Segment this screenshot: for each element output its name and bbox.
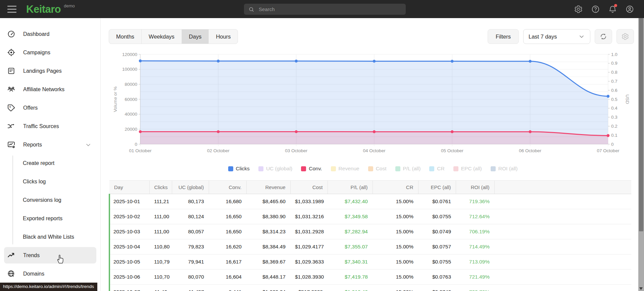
cell-clicks: 11,42 xyxy=(149,285,172,291)
table-row: 2025-10-01111,2180,17316,680$8,465.60$1,… xyxy=(109,194,631,209)
svg-text:120000: 120000 xyxy=(122,52,137,57)
legend-swatch xyxy=(395,166,400,171)
tab-days[interactable]: Days xyxy=(182,30,209,44)
svg-text:0: 0 xyxy=(135,142,137,147)
sidebar-item-create-report[interactable]: Create report xyxy=(0,154,100,172)
sidebar-item-domains[interactable]: Domains xyxy=(0,265,100,283)
sidebar: DashboardCampaignsLandings PagesAffiliat… xyxy=(0,18,101,291)
scrollbar-thumb[interactable] xyxy=(639,18,643,231)
sidebar-item-label: Traffic Sources xyxy=(23,123,59,129)
cell-uc-global: 80,070 xyxy=(172,270,209,285)
sidebar-item-dashboard[interactable]: Dashboard xyxy=(0,25,100,43)
search-bar[interactable] xyxy=(244,4,406,15)
menu-icon[interactable] xyxy=(7,6,16,13)
cell-revenue: $8,314.23 xyxy=(246,224,290,239)
cell-conv: 16,617 xyxy=(209,254,246,270)
legend-item-cost[interactable]: Cost xyxy=(368,166,387,172)
date-range-select[interactable]: Last 7 days xyxy=(523,29,590,44)
sidebar-item-reports[interactable]: Reports xyxy=(0,135,100,154)
filters-button[interactable]: Filters xyxy=(488,29,519,44)
cell-clicks: 111,00 xyxy=(149,209,172,224)
sidebar-item-black-and-white-lists[interactable]: Black and White Lists xyxy=(0,228,100,246)
sidebar-item-label: Conversions log xyxy=(23,197,61,203)
search-input[interactable] xyxy=(258,6,401,12)
cell-p-l-all: $7,432.40 xyxy=(328,194,373,209)
svg-text:0.2: 0.2 xyxy=(611,124,617,129)
cell-clicks: 110,79 xyxy=(149,254,172,270)
sidebar-item-label: Affiliate Networks xyxy=(23,86,64,93)
tab-months[interactable]: Months xyxy=(109,30,142,44)
trends-chart[interactable]: 02000040000600008000010000012000000.10.2… xyxy=(109,50,631,162)
svg-text:01 October: 01 October xyxy=(129,148,152,153)
cell-revenue: $8,380.90 xyxy=(246,209,290,224)
legend-label: ROI (all) xyxy=(498,166,518,172)
account-icon[interactable] xyxy=(625,5,634,14)
legend-item-uc-global[interactable]: UC (global) xyxy=(258,166,292,172)
sidebar-item-conversions-log[interactable]: Conversions log xyxy=(0,191,100,209)
cell-cost: $1,033.1989 xyxy=(290,194,328,209)
legend-swatch xyxy=(429,166,434,171)
cell-cost: $1,031.3216 xyxy=(290,209,328,224)
refresh-button[interactable] xyxy=(595,29,612,44)
legend-item-roi-all[interactable]: ROI (all) xyxy=(491,166,518,172)
brand-logo[interactable]: Keitaro xyxy=(26,4,61,14)
sidebar-item-trends[interactable]: Trends xyxy=(4,247,96,264)
toolbar-controls: Filters Last 7 days xyxy=(488,29,634,44)
sidebar-item-affiliate-networks[interactable]: Affiliate Networks xyxy=(0,80,100,99)
sidebar-item-clicks-log[interactable]: Clicks log xyxy=(0,172,100,191)
legend-swatch xyxy=(228,166,233,171)
tab-weekdays[interactable]: Weekdays xyxy=(142,30,182,44)
cell-cr: 15.00% xyxy=(373,209,418,224)
affiliate-networks-icon xyxy=(7,85,15,94)
notifications-bell-icon[interactable] xyxy=(608,5,617,14)
svg-text:03 October: 03 October xyxy=(285,148,307,153)
legend-item-cr[interactable]: CR xyxy=(429,166,444,172)
cell-uc-global: 80,124 xyxy=(172,209,209,224)
svg-text:0.4: 0.4 xyxy=(611,106,617,111)
cell-p-l-all: $7,349.58 xyxy=(328,209,373,224)
help-icon[interactable] xyxy=(591,5,600,14)
legend-swatch xyxy=(301,166,306,171)
status-url: https://demo.keitaro.io/admin/#!/trends/… xyxy=(0,283,97,291)
legend-swatch xyxy=(258,166,263,171)
vertical-scrollbar[interactable] xyxy=(638,18,644,291)
sidebar-item-campaigns[interactable]: Campaigns xyxy=(0,43,100,62)
cell-p-l-all: $7,340.31 xyxy=(328,254,373,270)
gear-icon[interactable] xyxy=(574,5,583,14)
svg-text:0.3: 0.3 xyxy=(611,115,617,120)
cell-cost: $1,031.2928 xyxy=(290,224,328,239)
cell-revenue: $8,384.49 xyxy=(246,239,290,254)
cell-filler xyxy=(494,209,631,224)
cell-epc-all: $0.0749 xyxy=(418,224,456,239)
sidebar-item-offers[interactable]: $Offers xyxy=(0,99,100,117)
cell-conv: 16,680 xyxy=(209,194,246,209)
svg-text:05 October: 05 October xyxy=(441,148,463,153)
sidebar-item-traffic-sources[interactable]: Traffic Sources xyxy=(0,117,100,135)
legend-item-conv[interactable]: Conv. xyxy=(301,166,322,172)
sidebar-item-landings-pages[interactable]: Landings Pages xyxy=(0,62,100,80)
cell-cr: 15.00% xyxy=(373,224,418,239)
sidebar-item-label: Reports xyxy=(23,142,42,148)
legend-item-p-l-all[interactable]: P/L (all) xyxy=(395,166,421,172)
tab-hours[interactable]: Hours xyxy=(209,30,238,44)
cell-cr: 15.00% xyxy=(373,254,418,270)
column-header-filler xyxy=(494,181,631,194)
legend-item-revenue[interactable]: Revenue xyxy=(331,166,359,172)
cell-day: 2025-10-07 xyxy=(109,285,149,291)
cell-conv: 6,441 xyxy=(209,285,246,291)
legend-item-epc-all[interactable]: EPC (all) xyxy=(453,166,482,172)
chart-settings-button[interactable] xyxy=(616,29,634,44)
cell-epc-all: $0.0757 xyxy=(418,239,456,254)
scroll-down-arrow[interactable] xyxy=(639,287,643,290)
cell-epc-all: $0.0755 xyxy=(418,209,456,224)
legend-item-clicks[interactable]: Clicks xyxy=(228,166,250,172)
cell-roi-all: 723.76% xyxy=(456,285,494,291)
cell-filler xyxy=(494,285,631,291)
cell-cr: 15.00% xyxy=(373,239,418,254)
svg-text:0: 0 xyxy=(611,142,614,147)
cell-revenue: $8,369.67 xyxy=(246,254,290,270)
legend-label: P/L (all) xyxy=(403,166,421,172)
campaigns-icon xyxy=(7,48,15,57)
cell-p-l-all: $7,419.78 xyxy=(328,270,373,285)
sidebar-item-exported-reports[interactable]: Exported reports xyxy=(0,209,100,228)
